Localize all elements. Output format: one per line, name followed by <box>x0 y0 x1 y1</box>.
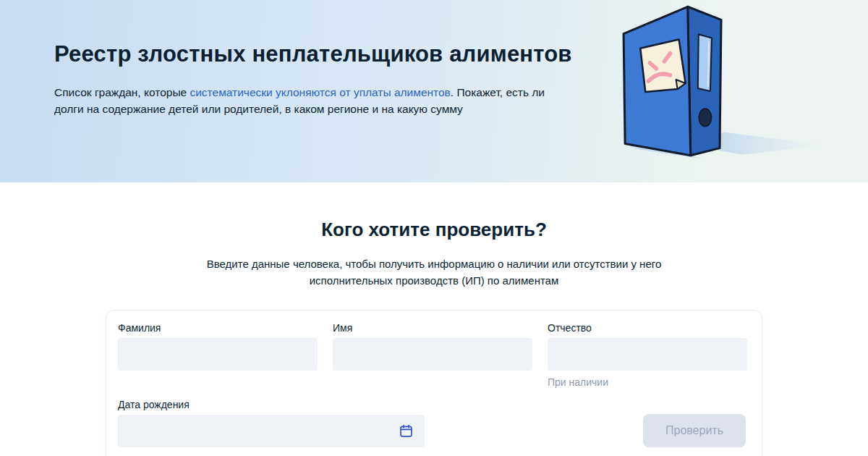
lastname-label: Фамилия <box>118 322 318 334</box>
section-subheading: Введите данные человека, чтобы получить … <box>205 256 663 290</box>
section-heading: Кого хотите проверить? <box>0 182 868 241</box>
field-firstname: Имя <box>333 322 532 388</box>
birthdate-input-wrap <box>118 415 425 447</box>
binder-illustration <box>615 3 826 164</box>
middlename-hint: При наличии <box>548 376 747 388</box>
birthdate-row: Дата рождения Проверить <box>118 399 746 447</box>
birthdate-label: Дата рождения <box>118 399 425 410</box>
middlename-label: Отчество <box>548 322 747 334</box>
lastname-input[interactable] <box>118 338 318 371</box>
field-lastname: Фамилия <box>118 322 318 388</box>
spine-label-window <box>698 35 712 92</box>
check-button[interactable]: Проверить <box>643 414 746 447</box>
binder-icon <box>615 3 826 164</box>
description-link[interactable]: систематически уклоняются от уплаты алим… <box>190 86 450 98</box>
field-middlename: Отчество При наличии <box>548 322 747 388</box>
alimony-registry-page: Реестр злостных неплательщиков алиментов… <box>0 0 868 456</box>
firstname-label: Имя <box>333 322 532 334</box>
firstname-input[interactable] <box>333 338 532 371</box>
check-form: Фамилия Имя Отчество При наличии Дата ро… <box>106 310 762 456</box>
page-description: Список граждан, которые систематически у… <box>54 84 561 118</box>
description-text-before: Список граждан, которые <box>54 86 190 98</box>
calendar-icon[interactable] <box>399 423 414 439</box>
page-title: Реестр злостных неплательщиков алиментов <box>54 41 572 69</box>
name-fields-row: Фамилия Имя Отчество При наличии <box>118 322 746 388</box>
binder-thumb-hole <box>699 109 711 126</box>
hero-text-block: Реестр злостных неплательщиков алиментов… <box>54 41 572 117</box>
birthdate-input[interactable] <box>118 415 425 447</box>
check-section: Кого хотите проверить? Введите данные че… <box>0 182 868 456</box>
field-birthdate: Дата рождения <box>118 399 425 447</box>
hero-banner: Реестр злостных неплательщиков алиментов… <box>0 0 868 182</box>
middlename-input[interactable] <box>548 338 747 371</box>
